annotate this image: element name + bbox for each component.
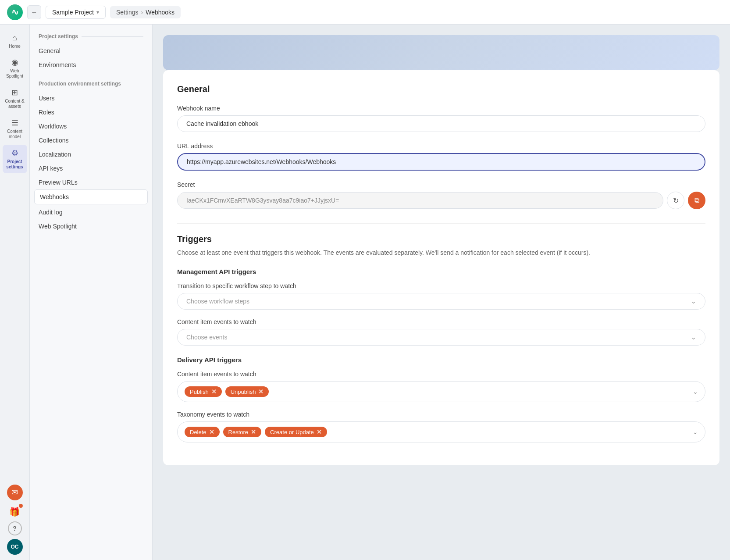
gift-badge [19, 504, 23, 508]
sidebar-item-workflows[interactable]: Workflows [30, 119, 152, 133]
sidebar-item-preview-urls[interactable]: Preview URLs [30, 175, 152, 189]
copy-secret-button[interactable]: ⧉ [688, 192, 705, 209]
sidebar-item-api-keys[interactable]: API keys [30, 161, 152, 175]
content-assets-label: Content & assets [4, 99, 25, 109]
unpublish-tag-remove[interactable]: ✕ [258, 388, 264, 395]
sidebar-item-environments[interactable]: Environments [30, 58, 152, 72]
sidebar-item-localization[interactable]: Localization [30, 147, 152, 161]
triggers-description: Choose at least one event that triggers … [177, 248, 705, 257]
web-spotlight-icon: ◉ [11, 57, 18, 67]
sidebar-item-web-spotlight-secondary[interactable]: Web Spotlight [30, 219, 152, 233]
sidebar-item-audit-log[interactable]: Audit log [30, 205, 152, 219]
create-update-tag-remove[interactable]: ✕ [317, 428, 322, 435]
workflow-placeholder: Choose workflow steps [186, 298, 249, 305]
content-item-events-mgmt-label: Content item events to watch [177, 318, 705, 325]
message-icon: ✉ [11, 488, 18, 497]
delivery-content-chevron-icon: ⌄ [693, 388, 698, 395]
copy-icon: ⧉ [694, 196, 699, 204]
content-events-dropdown[interactable]: Choose events ⌄ [177, 329, 705, 346]
workflow-steps-label: Transition to specific workflow step to … [177, 282, 705, 289]
sidebar-item-home[interactable]: ⌂ Home [3, 30, 27, 52]
project-name: Sample Project [52, 9, 94, 16]
taxonomy-events-dropdown[interactable]: Delete ✕ Restore ✕ Create or Update ✕ ⌄ [177, 421, 705, 442]
taxonomy-events-label: Taxonomy events to watch [177, 411, 705, 418]
sidebar-item-webhooks[interactable]: Webhooks [34, 189, 148, 204]
help-icon: ? [13, 525, 17, 532]
workflow-chevron-icon: ⌄ [691, 298, 696, 305]
breadcrumb-active: Webhooks [146, 9, 174, 16]
refresh-secret-button[interactable]: ↻ [667, 192, 684, 209]
divider [177, 223, 705, 224]
project-settings-icon: ⚙ [11, 148, 18, 158]
unpublish-tag: Unpublish ✕ [225, 386, 269, 397]
webhook-name-input[interactable] [177, 115, 705, 132]
publish-tag-remove[interactable]: ✕ [211, 388, 217, 395]
main-layout: ⌂ Home ◉ Web Spotlight ⊞ Content & asset… [0, 25, 730, 560]
topbar: ∿ ← Sample Project ▾ Settings › Webhooks [0, 0, 730, 25]
restore-tag: Restore ✕ [223, 427, 262, 437]
restore-tag-remove[interactable]: ✕ [251, 428, 256, 435]
breadcrumb-separator: › [141, 9, 143, 16]
gift-icon: 🎁 [9, 506, 20, 517]
triggers-title: Triggers [177, 234, 705, 244]
back-button[interactable]: ← [27, 5, 41, 19]
web-spotlight-label: Web Spotlight [4, 68, 25, 79]
delete-tag-remove[interactable]: ✕ [209, 428, 214, 435]
webhook-name-label: Webhook name [177, 105, 705, 112]
gift-button[interactable]: 🎁 [7, 504, 23, 520]
workflow-steps-dropdown[interactable]: Choose workflow steps ⌄ [177, 293, 705, 310]
general-title: General [177, 84, 705, 94]
workflow-steps-field: Transition to specific workflow step to … [177, 282, 705, 310]
general-section: General Webhook name URL address Secret [177, 84, 705, 209]
secret-input[interactable] [177, 192, 663, 209]
url-address-label: URL address [177, 143, 705, 150]
production-settings-section: Production environment settings Users Ro… [30, 81, 152, 233]
management-api-title: Management API triggers [177, 268, 705, 275]
project-settings-section: Project settings General Environments [30, 33, 152, 72]
content-item-events-mgmt-field: Content item events to watch Choose even… [177, 318, 705, 346]
message-button[interactable]: ✉ [7, 485, 23, 500]
delivery-content-events-field: Content item events to watch Publish ✕ U… [177, 371, 705, 402]
breadcrumb: Settings › Webhooks [110, 6, 181, 18]
webhook-name-field: Webhook name [177, 105, 705, 132]
sidebar-item-web-spotlight[interactable]: ◉ Web Spotlight [3, 54, 27, 82]
user-avatar[interactable]: OC [7, 539, 23, 555]
content-assets-icon: ⊞ [11, 88, 18, 97]
delivery-content-dropdown[interactable]: Publish ✕ Unpublish ✕ ⌄ [177, 381, 705, 402]
sidebar-item-roles[interactable]: Roles [30, 105, 152, 119]
delivery-api-title: Delivery API triggers [177, 356, 705, 364]
sidebar-item-content-assets[interactable]: ⊞ Content & assets [3, 84, 27, 113]
page-header-banner [163, 35, 719, 70]
sidebar-item-collections[interactable]: Collections [30, 133, 152, 147]
sidebar-item-content-model[interactable]: ☰ Content model [3, 114, 27, 143]
content-model-label: Content model [4, 129, 25, 139]
content-model-icon: ☰ [11, 118, 18, 128]
delete-tag: Delete ✕ [185, 427, 220, 437]
taxonomy-events-field: Taxonomy events to watch Delete ✕ Restor… [177, 411, 705, 442]
url-address-field: URL address [177, 143, 705, 171]
delivery-content-label: Content item events to watch [177, 371, 705, 378]
content-area: General Webhook name URL address Secret [153, 25, 730, 560]
sidebar-item-project-settings[interactable]: ⚙ Project settings [3, 145, 27, 173]
home-label: Home [9, 44, 21, 49]
content-events-placeholder: Choose events [186, 334, 227, 341]
home-icon: ⌂ [12, 33, 17, 43]
secondary-sidebar: Project settings General Environments Pr… [30, 25, 153, 560]
project-chevron-icon: ▾ [96, 9, 99, 15]
project-selector[interactable]: Sample Project ▾ [46, 6, 106, 19]
project-settings-section-title: Project settings [30, 33, 152, 44]
back-icon: ← [31, 9, 37, 16]
sidebar-item-general[interactable]: General [30, 44, 152, 58]
help-button[interactable]: ? [8, 521, 22, 535]
left-sidebar: ⌂ Home ◉ Web Spotlight ⊞ Content & asset… [0, 25, 30, 560]
production-settings-title: Production environment settings [30, 81, 152, 91]
breadcrumb-settings[interactable]: Settings [116, 9, 139, 16]
sidebar-item-users[interactable]: Users [30, 91, 152, 105]
url-address-input[interactable] [177, 153, 705, 171]
secret-field: Secret ↻ ⧉ [177, 181, 705, 209]
create-update-tag: Create or Update ✕ [265, 427, 327, 437]
content-events-chevron-icon: ⌄ [691, 334, 696, 341]
logo: ∿ [7, 4, 23, 20]
taxonomy-chevron-icon: ⌄ [693, 428, 698, 435]
project-settings-nav-label: Project settings [4, 159, 25, 170]
